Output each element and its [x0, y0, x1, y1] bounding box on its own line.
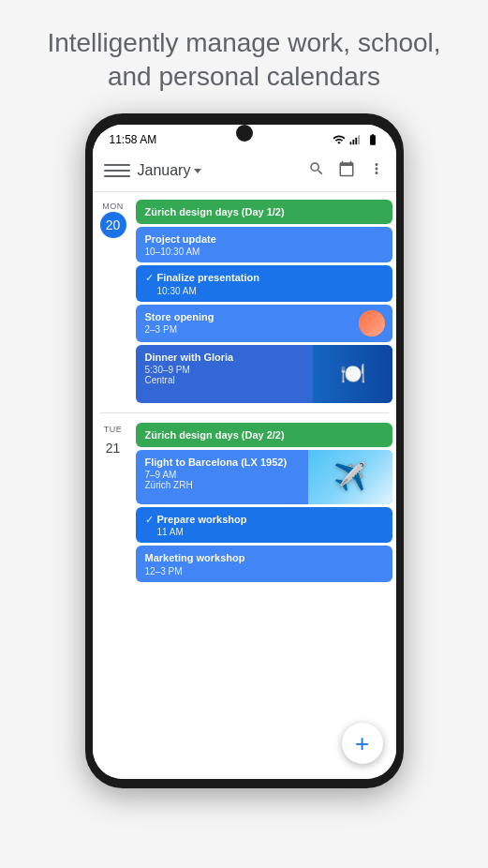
day-name-tue: TUE [104, 425, 123, 434]
day-label-mon: MON 20 [96, 200, 130, 403]
app-header: January [93, 151, 396, 192]
event-title: Marketing workshop [145, 551, 383, 564]
chevron-down-icon [194, 169, 201, 173]
event-prepare-workshop[interactable]: ✓ Prepare workshop 11 AM [136, 507, 392, 543]
fab-plus-icon: + [355, 731, 369, 756]
fab-button[interactable]: + [342, 723, 383, 764]
svg-rect-2 [355, 137, 357, 144]
event-title: Store opening [145, 310, 383, 323]
day-label-tue: TUE 21 [96, 423, 130, 582]
event-check-row: ✓ Finalize presentation 10:30 AM [145, 271, 383, 295]
event-marketing-workshop[interactable]: Marketing workshop 12–3 PM [136, 546, 392, 581]
search-icon[interactable] [308, 160, 325, 182]
event-title: Project update [145, 232, 383, 246]
month-label: January [138, 162, 191, 179]
day-number-tue: 21 [100, 435, 126, 461]
hero-text: Intelligently manage work, school, and p… [0, 0, 488, 113]
event-time: 10:30 AM [157, 286, 259, 296]
event-time: 12–3 PM [145, 566, 383, 576]
more-options-icon[interactable] [368, 160, 385, 182]
event-title: Finalize presentation [157, 271, 259, 284]
check-icon: ✓ [145, 514, 154, 526]
day-divider [100, 412, 389, 413]
event-store-opening[interactable]: Store opening 2–3 PM [136, 305, 392, 342]
day-number-mon: 20 [100, 212, 126, 238]
phone-notch [236, 125, 253, 142]
event-check-row: ✓ Prepare workshop 11 AM [145, 513, 383, 537]
day-name-mon: MON [102, 202, 124, 211]
check-icon: ✓ [145, 272, 154, 284]
menu-icon[interactable] [104, 157, 130, 184]
event-project-update[interactable]: Project update 10–10:30 AM [136, 227, 392, 262]
status-icons [333, 133, 379, 146]
event-time: 11 AM [157, 527, 247, 537]
event-zurich-1[interactable]: Zürich design days (Day 1/2) [136, 200, 392, 224]
signal-icon [349, 133, 362, 146]
calendar-content: MON 20 Zürich design days (Day 1/2) Proj… [93, 192, 396, 779]
wifi-icon [333, 133, 346, 146]
avatar [359, 310, 385, 337]
event-title: Prepare workshop [157, 513, 247, 526]
event-dinner[interactable]: Dinner with Gloria 5:30–9 PM Central 🍽️ [136, 345, 392, 403]
status-time: 11:58 AM [110, 133, 157, 146]
events-column-tue: Zürich design days (Day 2/2) Flight to B… [136, 423, 392, 582]
svg-rect-0 [349, 142, 351, 144]
event-flight[interactable]: Flight to Barcelona (LX 1952) 7–9 AM Zür… [136, 450, 392, 504]
day-section-tue: TUE 21 Zürich design days (Day 2/2) Flig… [93, 415, 396, 590]
event-finalize[interactable]: ✓ Finalize presentation 10:30 AM [136, 265, 392, 301]
events-column-mon: Zürich design days (Day 1/2) Project upd… [136, 200, 392, 403]
phone-screen: 11:58 AM [93, 125, 396, 779]
event-time: 2–3 PM [145, 324, 383, 335]
phone-mockup: 11:58 AM [85, 113, 404, 788]
svg-rect-1 [352, 140, 354, 144]
event-location: Central [145, 375, 383, 385]
event-title: Zürich design days (Day 1/2) [145, 205, 383, 218]
month-title[interactable]: January [138, 162, 308, 179]
event-time: 10–10:30 AM [145, 247, 383, 257]
event-title: Zürich design days (Day 2/2) [145, 428, 383, 441]
battery-icon [366, 133, 379, 146]
calendar-view-icon[interactable] [338, 160, 355, 182]
header-actions [308, 160, 385, 182]
day-section-mon: MON 20 Zürich design days (Day 1/2) Proj… [93, 192, 396, 411]
event-time: 7–9 AM [145, 470, 383, 480]
event-zurich-2[interactable]: Zürich design days (Day 2/2) [136, 423, 392, 447]
event-title: Flight to Barcelona (LX 1952) [145, 456, 383, 469]
event-time: 5:30–9 PM [145, 365, 383, 375]
svg-rect-3 [358, 135, 360, 144]
event-location: Zürich ZRH [145, 480, 383, 490]
event-title: Dinner with Gloria [145, 351, 383, 364]
